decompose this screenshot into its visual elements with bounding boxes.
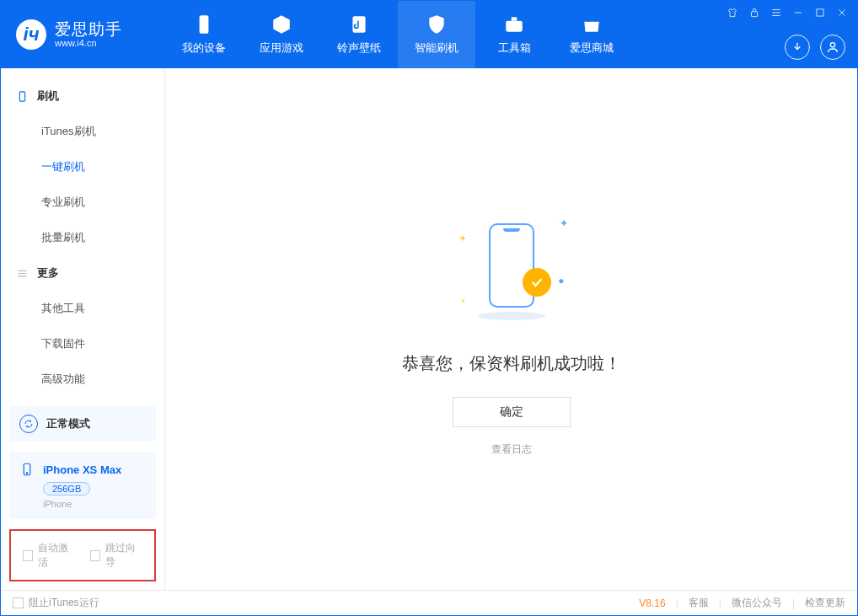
svg-rect-0 [200, 15, 209, 34]
checkbox-label: 跳过向导 [105, 541, 142, 570]
sidebar-item-label: 下载固件 [41, 337, 85, 350]
logo-icon: iч [16, 19, 46, 50]
svg-rect-5 [817, 9, 823, 16]
minimize-icon[interactable] [791, 6, 805, 19]
app-title: 爱思助手 [55, 21, 122, 39]
header: iч 爱思助手 www.i4.cn 我的设备 应用游戏 铃声壁纸 智能刷机 [1, 1, 857, 68]
mode-label: 正常模式 [46, 416, 90, 431]
logo-text: 爱思助手 www.i4.cn [55, 21, 122, 49]
storage-badge: 256GB [43, 482, 90, 495]
svg-point-6 [830, 43, 834, 47]
tab-label: 爱思商城 [570, 40, 614, 56]
nav-tabs: 我的设备 应用游戏 铃声壁纸 智能刷机 工具箱 爱思商城 [165, 1, 630, 68]
list-icon [16, 267, 29, 280]
sidebar-item-itunes[interactable]: iTunes刷机 [1, 114, 164, 149]
checkbox-icon [90, 550, 100, 561]
tab-label: 智能刷机 [415, 40, 458, 56]
tab-apps-games[interactable]: 应用游戏 [243, 1, 320, 68]
app-subtitle: www.i4.cn [55, 38, 122, 48]
sidebar-item-pro[interactable]: 专业刷机 [1, 185, 164, 220]
sparkle-icon: ✦ [460, 297, 466, 305]
check-circle-icon [523, 268, 551, 297]
sidebar-item-label: 一键刷机 [41, 160, 85, 173]
success-illustration: ✦ ✦ ✦ ● [448, 202, 575, 329]
device-card[interactable]: iPhone XS Max 256GB iPhone [9, 452, 156, 519]
sidebar-item-label: 高级功能 [41, 372, 85, 385]
music-icon [348, 13, 370, 35]
sidebar-item-label: 批量刷机 [41, 231, 85, 244]
content-area: ✦ ✦ ✦ ● 恭喜您，保资料刷机成功啦！ 确定 查看日志 [165, 68, 857, 590]
success-message: 恭喜您，保资料刷机成功啦！ [402, 352, 621, 375]
tab-store[interactable]: 爱思商城 [553, 1, 630, 68]
version-label: V8.16 [639, 597, 665, 609]
svg-rect-2 [506, 21, 523, 32]
sparkle-icon: ● [558, 275, 564, 287]
phone-icon [16, 90, 29, 103]
footer-right: V8.16 | 客服 | 微信公众号 | 检查更新 [639, 596, 845, 610]
footer-link-service[interactable]: 客服 [689, 596, 709, 610]
user-button[interactable] [820, 35, 845, 60]
sidebar-item-batch[interactable]: 批量刷机 [1, 220, 164, 255]
phone-outline-icon [19, 462, 35, 477]
tab-label: 我的设备 [182, 40, 226, 56]
sidebar-list: 刷机 iTunes刷机 一键刷机 专业刷机 批量刷机 更多 其他工具 下载固件 … [1, 68, 164, 397]
ok-button[interactable]: 确定 [453, 397, 571, 427]
sparkle-icon: ✦ [458, 233, 467, 244]
body: 刷机 iTunes刷机 一键刷机 专业刷机 批量刷机 更多 其他工具 下载固件 … [1, 68, 857, 590]
group-label: 刷机 [37, 88, 59, 104]
tab-toolbox[interactable]: 工具箱 [475, 1, 553, 68]
sidebar-item-label: 其他工具 [41, 302, 85, 314]
logo-area: iч 爱思助手 www.i4.cn [1, 1, 165, 68]
option-checkbox-row: 自动激活 跳过向导 [9, 529, 156, 581]
shirt-icon[interactable] [726, 6, 739, 19]
sidebar-item-other-tools[interactable]: 其他工具 [1, 291, 164, 326]
checkbox-auto-activate[interactable]: 自动激活 [23, 541, 75, 570]
checkbox-skip-guide[interactable]: 跳过向导 [90, 541, 142, 570]
group-label: 更多 [37, 265, 59, 281]
sidebar-group-more: 更多 [1, 255, 164, 291]
maximize-icon[interactable] [813, 6, 827, 19]
lock-icon[interactable] [748, 6, 761, 19]
app-window: iч 爱思助手 www.i4.cn 我的设备 应用游戏 铃声壁纸 智能刷机 [0, 0, 858, 616]
sparkle-icon: ✦ [560, 217, 568, 229]
shield-refresh-icon [426, 13, 448, 35]
close-icon[interactable] [835, 6, 849, 19]
device-type: iPhone [43, 499, 146, 509]
sidebar-item-label: 专业刷机 [41, 196, 85, 208]
svg-point-9 [26, 473, 28, 474]
svg-rect-3 [512, 17, 517, 20]
toolbox-icon [503, 13, 525, 35]
device-name: iPhone XS Max [43, 463, 121, 476]
checkbox-label: 阻止iTunes运行 [29, 596, 99, 610]
tab-my-device[interactable]: 我的设备 [165, 1, 243, 68]
view-log-link[interactable]: 查看日志 [491, 442, 532, 457]
header-action-circles [785, 35, 845, 60]
tab-smart-flash[interactable]: 智能刷机 [398, 1, 475, 68]
menu-icon[interactable] [770, 6, 783, 19]
tab-ringtones[interactable]: 铃声壁纸 [320, 1, 398, 68]
checkbox-icon [23, 550, 33, 561]
checkbox-label: 自动激活 [38, 541, 75, 570]
sidebar-item-label: iTunes刷机 [41, 125, 96, 137]
tab-label: 铃声壁纸 [337, 40, 381, 56]
sidebar-group-flash: 刷机 [1, 78, 164, 114]
footer: 阻止iTunes运行 V8.16 | 客服 | 微信公众号 | 检查更新 [1, 590, 857, 615]
footer-link-update[interactable]: 检查更新 [805, 596, 845, 610]
device-icon [193, 13, 215, 35]
footer-link-wechat[interactable]: 微信公众号 [732, 596, 782, 610]
download-button[interactable] [785, 35, 810, 60]
tab-label: 工具箱 [498, 40, 531, 56]
sidebar: 刷机 iTunes刷机 一键刷机 专业刷机 批量刷机 更多 其他工具 下载固件 … [1, 68, 165, 590]
cube-icon [271, 13, 292, 35]
sidebar-item-download-firmware[interactable]: 下载固件 [1, 326, 164, 362]
refresh-icon [19, 415, 38, 433]
checkbox-icon [13, 597, 24, 608]
sidebar-item-advanced[interactable]: 高级功能 [1, 362, 164, 397]
mode-card[interactable]: 正常模式 [9, 406, 156, 442]
titlebar-controls [726, 6, 849, 19]
tab-label: 应用游戏 [260, 40, 303, 56]
store-icon [581, 13, 603, 35]
checkbox-block-itunes[interactable]: 阻止iTunes运行 [13, 596, 99, 610]
svg-rect-4 [752, 12, 758, 17]
sidebar-item-oneclick[interactable]: 一键刷机 [1, 149, 164, 185]
